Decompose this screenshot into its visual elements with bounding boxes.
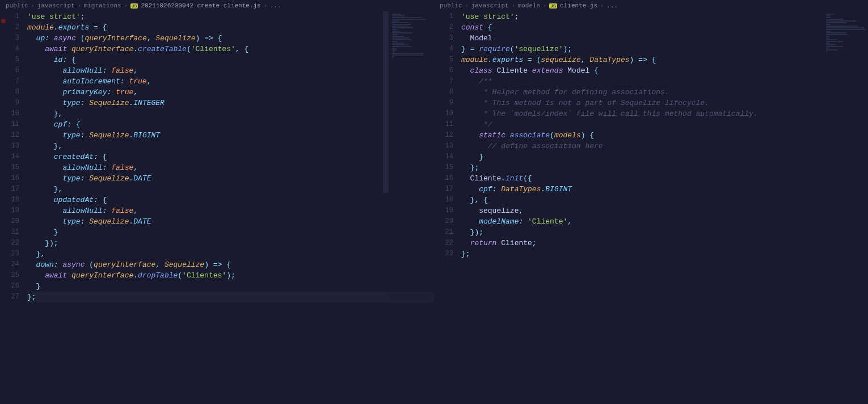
line-number[interactable]: 5 (434, 54, 453, 65)
line-number[interactable]: 20 (434, 216, 453, 227)
code-line[interactable]: }); (461, 227, 868, 238)
line-number[interactable]: 4 (0, 44, 19, 54)
line-number[interactable]: 15 (0, 162, 19, 173)
line-number[interactable]: 6 (0, 65, 19, 76)
code-line[interactable]: updatedAt: { (27, 195, 434, 205)
line-number[interactable]: 18 (0, 195, 19, 205)
breadcrumb-item[interactable]: models (518, 2, 541, 9)
scrollbar-thumb[interactable] (383, 11, 389, 193)
code-content-left[interactable]: 'use strict';module.exports = { up: asyn… (27, 11, 434, 404)
line-number[interactable]: 8 (434, 87, 453, 98)
line-number[interactable]: 19 (434, 205, 453, 216)
line-number[interactable]: 4 (434, 44, 453, 54)
code-line[interactable]: type: Sequelize.DATE (27, 173, 434, 184)
code-line[interactable]: static associate(models) { (461, 130, 868, 141)
code-line[interactable]: return Cliente; (461, 238, 868, 249)
code-line[interactable]: id: { (27, 54, 434, 65)
code-line[interactable]: type: Sequelize.INTEGER (27, 98, 434, 108)
code-line[interactable]: }; (27, 292, 434, 302)
breadcrumb-more[interactable]: ... (270, 2, 281, 9)
line-number[interactable]: 3 (0, 33, 19, 44)
line-number[interactable]: 23 (434, 249, 453, 259)
line-number[interactable]: 1 (434, 11, 453, 22)
line-number[interactable]: 14 (434, 152, 453, 162)
line-number[interactable]: 12 (434, 130, 453, 141)
code-line[interactable]: Cliente.init({ (461, 173, 868, 184)
line-number[interactable]: 11 (0, 119, 19, 130)
code-line[interactable]: await queryInterface.dropTable('Clientes… (27, 270, 434, 281)
code-line[interactable]: type: Sequelize.BIGINT (27, 130, 434, 141)
code-line[interactable]: } (461, 152, 868, 162)
code-line[interactable]: }, (27, 249, 434, 259)
line-number[interactable]: 17 (434, 184, 453, 195)
line-number[interactable]: 9 (0, 98, 19, 108)
line-number[interactable]: 15 (434, 162, 453, 173)
line-number[interactable]: 20 (0, 216, 19, 227)
line-number[interactable]: 5 (0, 54, 19, 65)
code-line[interactable]: createdAt: { (27, 152, 434, 162)
code-line[interactable]: allowNull: false, (27, 65, 434, 76)
line-number[interactable]: 23 (0, 249, 19, 259)
breadcrumb-more[interactable]: ... (606, 2, 618, 9)
code-line[interactable]: } (27, 227, 434, 238)
line-number[interactable]: 10 (434, 108, 453, 119)
line-number[interactable]: 7 (434, 76, 453, 87)
line-number[interactable]: 24 (0, 259, 19, 270)
line-number[interactable]: 19 (0, 205, 19, 216)
line-number[interactable]: 9 (434, 98, 453, 108)
line-gutter-left[interactable]: 1234567891011121314151617181920212223242… (0, 11, 27, 404)
code-line[interactable]: module.exports = (sequelize, DataTypes) … (461, 54, 868, 65)
code-line[interactable]: // define association here (461, 141, 868, 152)
code-line[interactable]: 'use strict'; (27, 11, 434, 22)
line-number[interactable]: 3 (434, 33, 453, 44)
code-line[interactable]: const { (461, 22, 868, 33)
code-line[interactable]: autoIncrement: true, (27, 76, 434, 87)
code-line[interactable]: }, (27, 108, 434, 119)
line-number[interactable]: 8 (0, 87, 19, 98)
code-content-right[interactable]: 'use strict';const { Model} = require('s… (461, 11, 868, 404)
code-line[interactable]: type: Sequelize.DATE (27, 216, 434, 227)
line-number[interactable]: 12 (0, 130, 19, 141)
code-line[interactable]: }); (27, 238, 434, 249)
code-editor-right[interactable]: 1234567891011121314151617181920212223 'u… (434, 11, 868, 404)
code-line[interactable]: */ (461, 119, 868, 130)
line-number[interactable]: 11 (434, 119, 453, 130)
breakpoint-indicator[interactable] (1, 19, 6, 23)
line-number[interactable]: 13 (0, 141, 19, 152)
line-number[interactable]: 17 (0, 184, 19, 195)
line-number[interactable]: 16 (434, 173, 453, 184)
breadcrumb-item[interactable]: javascript (471, 2, 509, 9)
line-number[interactable]: 13 (434, 141, 453, 152)
breadcrumb-item[interactable]: public (6, 2, 28, 9)
line-number[interactable]: 7 (0, 76, 19, 87)
code-line[interactable]: sequelize, (461, 205, 868, 216)
code-line[interactable]: cpf: DataTypes.BIGINT (461, 184, 868, 195)
code-line[interactable]: }, { (461, 195, 868, 205)
line-number[interactable]: 21 (0, 227, 19, 238)
code-line[interactable]: cpf: { (27, 119, 434, 130)
breadcrumb-file[interactable]: 20211026230042-create-cliente.js (141, 2, 260, 9)
line-number[interactable]: 18 (434, 195, 453, 205)
line-number[interactable]: 14 (0, 152, 19, 162)
line-gutter-right[interactable]: 1234567891011121314151617181920212223 (434, 11, 461, 404)
breadcrumb-item[interactable]: migrations (84, 2, 121, 9)
code-line[interactable]: } = require('sequelize'); (461, 44, 868, 54)
code-line[interactable]: }, (27, 141, 434, 152)
code-line[interactable]: 'use strict'; (461, 11, 868, 22)
code-line[interactable]: * This method is not a part of Sequelize… (461, 98, 868, 108)
code-line[interactable]: allowNull: false, (27, 162, 434, 173)
breadcrumb-left[interactable]: public › javascript › migrations › JS 20… (0, 0, 434, 11)
code-line[interactable]: * The `models/index` file will call this… (461, 108, 868, 119)
code-line[interactable]: class Cliente extends Model { (461, 65, 868, 76)
line-number[interactable]: 27 (0, 292, 19, 302)
code-line[interactable]: }; (461, 249, 868, 259)
code-line[interactable]: down: async (queryInterface, Sequelize) … (27, 259, 434, 270)
code-line[interactable]: Model (461, 33, 868, 44)
line-number[interactable]: 10 (0, 108, 19, 119)
code-line[interactable]: } (27, 281, 434, 292)
code-line[interactable]: }; (461, 162, 868, 173)
line-number[interactable]: 21 (434, 227, 453, 238)
line-number[interactable]: 2 (0, 22, 19, 33)
code-line[interactable]: allowNull: false, (27, 205, 434, 216)
line-number[interactable]: 22 (0, 238, 19, 249)
